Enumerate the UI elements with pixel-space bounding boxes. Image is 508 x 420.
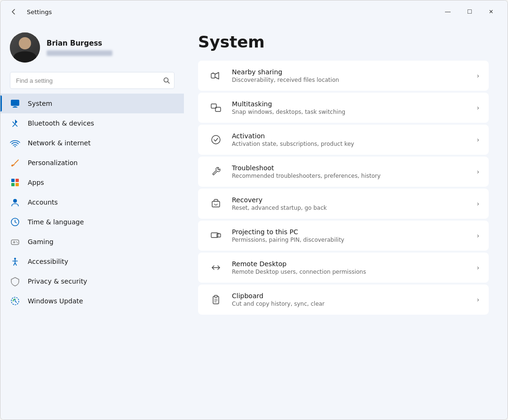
search-icon bbox=[163, 77, 170, 84]
svg-point-5 bbox=[15, 146, 16, 147]
chevron-right-icon: › bbox=[476, 232, 479, 239]
svg-rect-9 bbox=[11, 183, 15, 186]
svg-rect-8 bbox=[16, 179, 19, 182]
clipboard-icon bbox=[207, 291, 224, 308]
chevron-right-icon: › bbox=[476, 72, 479, 79]
setting-nearby-sharing[interactable]: Nearby sharing Discoverability, received… bbox=[198, 61, 489, 91]
svg-point-11 bbox=[13, 199, 17, 203]
remote-desktop-desc: Remote Desktop users, connection permiss… bbox=[232, 269, 469, 275]
update-icon bbox=[10, 296, 20, 306]
svg-rect-32 bbox=[217, 234, 221, 237]
sidebar-item-personalization[interactable]: Personalization bbox=[0, 153, 184, 173]
svg-line-23 bbox=[14, 263, 15, 265]
sidebar-item-apps-label: Apps bbox=[28, 179, 44, 186]
avatar bbox=[10, 32, 40, 63]
user-name: Brian Burgess bbox=[47, 39, 112, 48]
projecting-text: Projecting to this PC Permissions, pairi… bbox=[232, 228, 469, 243]
maximize-button[interactable]: ☐ bbox=[459, 4, 480, 19]
sidebar-item-privacy[interactable]: Privacy & security bbox=[0, 271, 184, 291]
svg-rect-10 bbox=[16, 183, 19, 186]
multitask-icon bbox=[207, 99, 224, 116]
chevron-right-icon: › bbox=[476, 264, 479, 271]
apps-icon bbox=[10, 177, 20, 188]
recovery-icon bbox=[207, 195, 224, 212]
window-title: Settings bbox=[27, 8, 431, 16]
activation-title: Activation bbox=[232, 132, 469, 140]
bluetooth-icon bbox=[10, 118, 20, 128]
sidebar-item-system[interactable]: System bbox=[0, 94, 184, 113]
wrench-icon bbox=[207, 163, 224, 180]
user-email bbox=[47, 50, 112, 56]
remote-desktop-title: Remote Desktop bbox=[232, 260, 469, 268]
minimize-button[interactable]: — bbox=[437, 4, 459, 19]
remote-desktop-text: Remote Desktop Remote Desktop users, con… bbox=[232, 260, 469, 275]
setting-recovery[interactable]: Recovery Reset, advanced startup, go bac… bbox=[198, 189, 489, 219]
sidebar: Brian Burgess bbox=[0, 23, 184, 420]
search-input[interactable] bbox=[10, 72, 175, 89]
svg-point-6 bbox=[11, 165, 13, 166]
accessibility-icon bbox=[10, 256, 20, 267]
sidebar-item-accounts[interactable]: Accounts bbox=[0, 192, 184, 212]
setting-multitasking[interactable]: Multitasking Snap windows, desktops, tas… bbox=[198, 93, 489, 123]
settings-list: Nearby sharing Discoverability, received… bbox=[198, 61, 489, 315]
sidebar-item-time[interactable]: Time & language bbox=[0, 212, 184, 232]
sidebar-item-windows-update[interactable]: Windows Update bbox=[0, 291, 184, 311]
troubleshoot-desc: Recommended troubleshooters, preferences… bbox=[232, 173, 469, 179]
setting-troubleshoot[interactable]: Troubleshoot Recommended troubleshooters… bbox=[198, 157, 489, 187]
sidebar-item-bluetooth-label: Bluetooth & devices bbox=[28, 119, 94, 127]
gaming-icon bbox=[10, 237, 20, 247]
back-button[interactable] bbox=[6, 4, 21, 19]
sidebar-item-accessibility[interactable]: Accessibility bbox=[0, 252, 184, 271]
svg-rect-35 bbox=[214, 295, 217, 297]
user-profile: Brian Burgess bbox=[0, 28, 184, 72]
nearby-sharing-title: Nearby sharing bbox=[232, 68, 469, 76]
sidebar-item-personalization-label: Personalization bbox=[28, 159, 78, 166]
multitasking-title: Multitasking bbox=[232, 100, 469, 108]
clipboard-title: Clipboard bbox=[232, 292, 469, 300]
sidebar-item-network[interactable]: Network & internet bbox=[0, 133, 184, 153]
page-title: System bbox=[198, 32, 489, 51]
setting-activation[interactable]: Activation Activation state, subscriptio… bbox=[198, 125, 489, 155]
chevron-right-icon: › bbox=[476, 104, 479, 111]
sidebar-item-gaming[interactable]: Gaming bbox=[0, 232, 184, 252]
svg-rect-2 bbox=[11, 100, 19, 106]
setting-projecting[interactable]: Projecting to this PC Permissions, pairi… bbox=[198, 221, 489, 251]
svg-point-18 bbox=[16, 241, 17, 242]
setting-clipboard[interactable]: Clipboard Cut and copy history, sync, cl… bbox=[198, 285, 489, 315]
close-button[interactable]: ✕ bbox=[480, 4, 502, 19]
user-info: Brian Burgess bbox=[47, 39, 112, 56]
settings-window: Settings — ☐ ✕ Brian Burgess bbox=[0, 0, 508, 420]
nearby-sharing-text: Nearby sharing Discoverability, received… bbox=[232, 68, 469, 83]
setting-remote-desktop[interactable]: Remote Desktop Remote Desktop users, con… bbox=[198, 253, 489, 283]
chevron-right-icon: › bbox=[476, 200, 479, 207]
recovery-text: Recovery Reset, advanced startup, go bac… bbox=[232, 196, 469, 211]
recovery-title: Recovery bbox=[232, 196, 469, 204]
chevron-right-icon: › bbox=[476, 296, 479, 303]
troubleshoot-text: Troubleshoot Recommended troubleshooters… bbox=[232, 164, 469, 179]
sidebar-item-accessibility-label: Accessibility bbox=[28, 258, 68, 265]
sidebar-item-network-label: Network & internet bbox=[28, 139, 91, 147]
clipboard-desc: Cut and copy history, sync, clear bbox=[232, 301, 469, 307]
activation-text: Activation Activation state, subscriptio… bbox=[232, 132, 469, 147]
activation-desc: Activation state, subscriptions, product… bbox=[232, 141, 469, 147]
sidebar-item-time-label: Time & language bbox=[28, 218, 84, 226]
projecting-title: Projecting to this PC bbox=[232, 228, 469, 236]
clipboard-text: Clipboard Cut and copy history, sync, cl… bbox=[232, 292, 469, 307]
sidebar-item-apps[interactable]: Apps bbox=[0, 173, 184, 192]
svg-line-14 bbox=[15, 222, 16, 223]
monitor-icon bbox=[10, 98, 20, 109]
sidebar-item-accounts-label: Accounts bbox=[28, 198, 58, 206]
network-icon bbox=[10, 138, 20, 148]
sidebar-item-bluetooth[interactable]: Bluetooth & devices bbox=[0, 113, 184, 133]
svg-rect-26 bbox=[211, 73, 215, 78]
sidebar-nav: System Bluetooth & devices bbox=[0, 94, 184, 311]
multitasking-text: Multitasking Snap windows, desktops, tas… bbox=[232, 100, 469, 115]
svg-line-1 bbox=[168, 82, 170, 84]
troubleshoot-title: Troubleshoot bbox=[232, 164, 469, 172]
recovery-desc: Reset, advanced startup, go back bbox=[232, 205, 469, 211]
svg-rect-7 bbox=[11, 179, 15, 182]
sidebar-item-system-label: System bbox=[28, 100, 52, 107]
paint-icon bbox=[10, 158, 20, 168]
content-area: Brian Burgess bbox=[0, 23, 508, 420]
time-icon bbox=[10, 217, 20, 227]
